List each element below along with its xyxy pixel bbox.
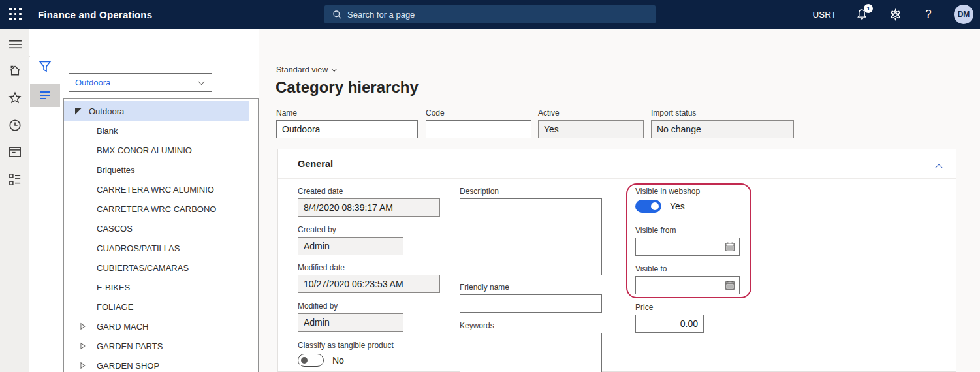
classify-tangible-toggle[interactable] (298, 354, 324, 367)
hamburger-menu-icon[interactable] (7, 37, 23, 52)
app-title: Finance and Operations (38, 9, 152, 20)
description-field: Description (460, 187, 602, 278)
collapsed-node-icon[interactable] (78, 342, 87, 350)
expanded-node-icon[interactable] (74, 107, 83, 116)
created-date-value (298, 198, 440, 217)
collapsed-node-icon[interactable] (78, 322, 87, 331)
visible-from-field: Visible from (635, 226, 740, 256)
home-icon[interactable] (7, 63, 23, 78)
friendly-name-field: Friendly name (460, 283, 602, 313)
visible-from-input[interactable] (635, 238, 740, 256)
code-input[interactable] (426, 120, 531, 138)
import-status-value (651, 120, 794, 138)
keywords-field: Keywords (460, 321, 602, 372)
top-navigation-bar: Finance and Operations Search for a page… (0, 0, 980, 29)
created-by-field: Created by (298, 225, 403, 255)
tree-item[interactable]: GARDEN SHOP (64, 356, 249, 372)
keywords-input[interactable] (460, 333, 602, 372)
price-input[interactable] (635, 315, 704, 333)
view-selector[interactable]: Standard view (276, 65, 336, 74)
page-content: Standard view Category hierarchy Name Co… (259, 29, 980, 372)
chevron-down-icon (332, 67, 337, 72)
modified-by-value (298, 313, 403, 332)
modules-list-icon[interactable] (7, 172, 23, 187)
tree-item[interactable]: CARRETERA WRC CARBONO (64, 199, 249, 219)
name-input[interactable] (276, 120, 418, 138)
hierarchy-selector-combobox[interactable]: Outdoora (69, 73, 212, 92)
visible-in-webshop-toggle[interactable] (635, 200, 661, 213)
calendar-icon[interactable] (725, 280, 735, 293)
hierarchy-selector-value: Outdoora (75, 78, 199, 87)
collapse-section-chevron-up-icon[interactable] (936, 161, 941, 173)
tree-item[interactable]: E-BIKES (64, 277, 249, 297)
tree-item[interactable]: BMX CONOR ALUMINIO (64, 140, 249, 160)
classify-tangible-value: No (332, 355, 344, 365)
page-search-input[interactable]: Search for a page (324, 5, 656, 23)
tree-item[interactable]: GARDEN PARTS (64, 336, 249, 356)
code-field: Code (426, 108, 531, 138)
visible-in-webshop-value: Yes (670, 201, 685, 211)
favorites-star-icon[interactable] (7, 90, 23, 106)
price-field: Price (635, 303, 704, 333)
category-tree-panel: Outdoora Outdoora Blank BMX CONOR ALUMIN… (30, 29, 259, 372)
tree-item[interactable]: CUBIERTAS/CAMARAS (64, 258, 249, 277)
general-section-header[interactable]: General (298, 159, 333, 169)
chevron-down-icon (198, 78, 205, 85)
import-status-field: Import status (651, 108, 794, 138)
navigation-rail (0, 29, 29, 372)
tree-item[interactable]: Outdoora (64, 101, 249, 121)
page-title: Category hierarchy (276, 78, 419, 97)
user-id-label[interactable]: USRT (812, 10, 836, 20)
tree-item[interactable]: CASCOS (64, 219, 249, 238)
modified-by-field: Modified by (298, 302, 403, 332)
friendly-name-input[interactable] (460, 294, 602, 313)
user-avatar[interactable]: DM (954, 5, 973, 24)
modified-date-value (298, 275, 440, 293)
created-by-value (298, 237, 403, 255)
category-tree: Outdoora Blank BMX CONOR ALUMINIO Brique… (63, 98, 259, 372)
collapsed-node-icon[interactable] (78, 362, 87, 370)
tree-item[interactable]: GARD MACH (64, 317, 249, 336)
classify-tangible-field: Classify as tangible product No (298, 341, 441, 367)
tree-item[interactable]: CARRETERA WRC ALUMINIO (64, 179, 249, 199)
tree-item[interactable]: FOLIAGE (64, 297, 249, 317)
app-window: Finance and Operations Search for a page… (0, 0, 980, 372)
modified-date-field: Modified date (298, 263, 440, 293)
general-section: General Created date Created by Modified… (277, 149, 956, 372)
tree-item[interactable]: Blank (64, 121, 249, 140)
search-icon (332, 10, 342, 20)
notifications-bell-icon[interactable]: 1 (854, 7, 870, 22)
active-field: Active (538, 108, 644, 138)
name-field: Name (276, 108, 418, 138)
settings-gear-icon[interactable] (887, 7, 903, 22)
calendar-icon[interactable] (725, 241, 735, 255)
filter-icon[interactable] (39, 60, 52, 76)
search-placeholder: Search for a page (347, 10, 415, 20)
visible-to-input[interactable] (635, 276, 740, 294)
tree-item[interactable]: Briquettes (64, 160, 249, 179)
section-divider (278, 178, 956, 179)
list-lines-icon (40, 91, 50, 99)
workspaces-icon[interactable] (7, 144, 23, 160)
tree-list-tab[interactable] (30, 84, 60, 107)
description-input[interactable] (460, 198, 602, 275)
active-value (538, 120, 644, 138)
created-date-field: Created date (298, 187, 440, 217)
help-icon[interactable]: ? (921, 7, 936, 22)
app-launcher-waffle-icon[interactable] (9, 8, 22, 21)
visible-to-field: Visible to (635, 264, 740, 294)
notification-badge: 1 (864, 4, 873, 13)
visible-in-webshop-field: Visible in webshop Yes (635, 187, 746, 213)
recent-clock-icon[interactable] (7, 117, 23, 133)
tree-item[interactable]: CUADROS/PATILLAS (64, 238, 249, 258)
